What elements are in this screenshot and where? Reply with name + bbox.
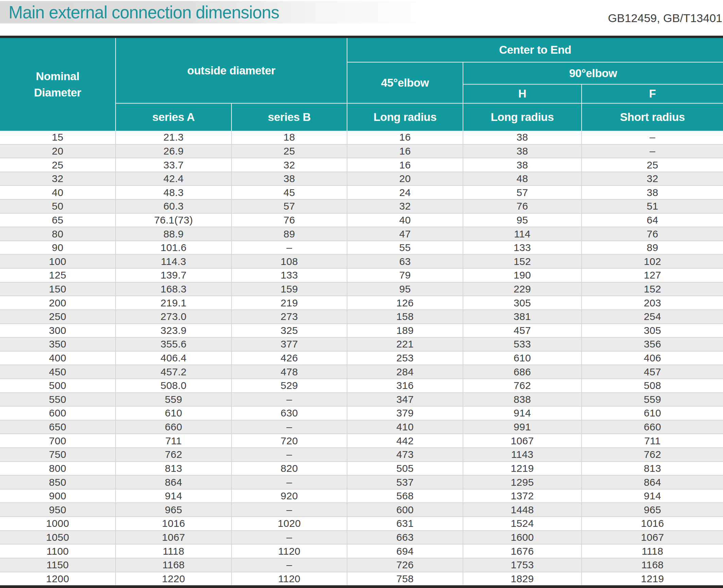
table-cell: 114 (463, 227, 582, 240)
table-row: 11501168–72617531168 (0, 558, 723, 572)
table-body: 1521.3181638–2026.9251638–2533.732163825… (0, 131, 723, 585)
table-row: 150168.315995229152 (0, 283, 723, 297)
table-cell: 325 (232, 324, 347, 337)
table-cell: 32 (347, 200, 463, 213)
table-cell: 1676 (463, 545, 582, 558)
table-cell: 38 (232, 172, 347, 185)
table-cell: 406.4 (116, 352, 232, 365)
table-cell: 660 (582, 421, 723, 434)
table-cell: 229 (463, 283, 582, 296)
table-cell: 133 (232, 269, 347, 282)
table-row: 5060.357327651 (0, 200, 723, 214)
table-cell: 1168 (582, 558, 723, 572)
table-cell: 1753 (463, 558, 582, 572)
table-cell: 533 (463, 338, 582, 351)
table-row: 12001220112075818291219 (0, 572, 723, 586)
table-cell: 508.0 (116, 379, 232, 392)
table-cell: 60.3 (116, 200, 232, 213)
table-cell: 663 (347, 531, 463, 544)
table-row: 450457.2478284686457 (0, 365, 723, 379)
table-cell: 38 (463, 145, 582, 158)
table-cell: 711 (582, 434, 723, 447)
table-row: 250273.0273158381254 (0, 310, 723, 324)
table-cell: 76 (232, 214, 347, 227)
table-cell: 965 (582, 503, 723, 516)
table-cell: 76.1(73) (116, 214, 232, 227)
table-cell: 610 (463, 352, 582, 365)
header-nominal-diameter: Nominal Diameter (0, 38, 116, 131)
table-cell: 508 (582, 379, 723, 392)
table-cell: 63 (347, 255, 463, 268)
table-cell: 1524 (463, 517, 582, 530)
table-cell: 221 (347, 338, 463, 351)
table-cell: 219.1 (116, 296, 232, 309)
table-cell: 478 (232, 365, 347, 378)
header-outside-diameter: outside diameter (116, 38, 347, 104)
table-cell: 126 (347, 296, 463, 309)
table-cell: 32 (232, 158, 347, 172)
table-cell: 864 (116, 476, 232, 489)
table-cell: 24 (347, 186, 463, 199)
table-cell: 76 (463, 200, 582, 213)
table-cell: 726 (347, 558, 463, 572)
table-cell: 1050 (0, 531, 116, 544)
header-long-radius-h: Long radius (463, 104, 582, 131)
table-cell: 800 (0, 462, 116, 475)
table-cell: 57 (232, 200, 347, 213)
table-cell: 50 (0, 200, 116, 213)
table-cell: 1220 (116, 572, 232, 586)
table-cell: 820 (232, 462, 347, 475)
table-cell: 125 (0, 269, 116, 282)
table-cell: 762 (582, 448, 723, 461)
table-cell: 219 (232, 296, 347, 309)
table-cell: 450 (0, 365, 116, 378)
table-cell: 253 (347, 352, 463, 365)
table-cell: 400 (0, 352, 116, 365)
table-cell: 38 (463, 131, 582, 144)
table-row: 100114.310863152102 (0, 255, 723, 269)
table-cell: 114.3 (116, 255, 232, 268)
table-cell: 47 (347, 227, 463, 240)
table-cell: 101.6 (116, 241, 232, 254)
table-cell: 90 (0, 241, 116, 254)
table-cell: 1168 (116, 558, 232, 572)
header-series-a: series A (116, 104, 232, 131)
table-cell: 20 (0, 145, 116, 158)
table-cell: 20 (347, 172, 463, 185)
table-row: 2026.9251638– (0, 145, 723, 159)
table-cell: 57 (463, 186, 582, 199)
table-cell: 89 (232, 227, 347, 240)
table-cell: 355.6 (116, 338, 232, 351)
table-cell: 168.3 (116, 283, 232, 296)
table-cell: 813 (582, 462, 723, 475)
table-cell: 991 (463, 421, 582, 434)
table-cell: 89 (582, 241, 723, 254)
header-h: H (463, 85, 582, 104)
table-cell: 150 (0, 283, 116, 296)
table-cell: 152 (463, 255, 582, 268)
table-cell: 914 (116, 489, 232, 503)
table-cell: – (232, 476, 347, 489)
table-cell: 203 (582, 296, 723, 309)
table-cell: 273 (232, 310, 347, 323)
table-row: 8008138205051219813 (0, 462, 723, 476)
table-cell: 559 (116, 393, 232, 406)
table-cell: 1020 (232, 517, 347, 530)
table-cell: 965 (116, 503, 232, 516)
header-90-elbow: 90°elbow (463, 63, 723, 85)
table-row: 6576.1(73)76409564 (0, 214, 723, 228)
table-cell: 51 (582, 200, 723, 213)
table-cell: 750 (0, 448, 116, 461)
table-cell: 1150 (0, 558, 116, 572)
table-cell: 200 (0, 296, 116, 309)
table-cell: 1120 (232, 572, 347, 586)
table-cell: 1118 (582, 545, 723, 558)
table-cell: 100 (0, 255, 116, 268)
table-cell: – (232, 393, 347, 406)
table-cell: 381 (463, 310, 582, 323)
table-cell: 1600 (463, 531, 582, 544)
table-row: 400406.4426253610406 (0, 352, 723, 366)
table-cell: 316 (347, 379, 463, 392)
table-cell: 457 (463, 324, 582, 337)
table-cell: 1067 (582, 531, 723, 544)
